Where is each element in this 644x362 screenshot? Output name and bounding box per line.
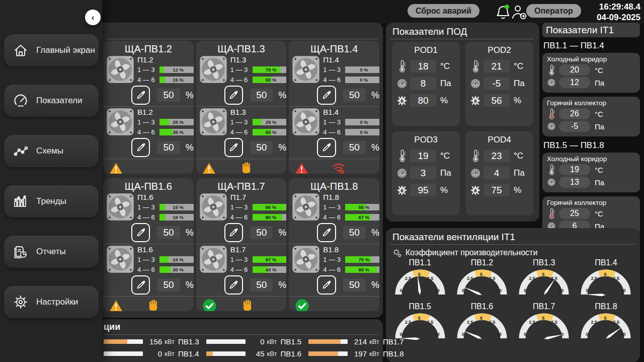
panel-separator (390, 39, 534, 39)
sidebar-item-reports[interactable]: Отчеты (4, 236, 99, 268)
gauge-tick: 0 (400, 288, 403, 293)
setpoint-value[interactable]: 50 (157, 89, 180, 102)
fan-speed-value: 43 % (253, 266, 287, 273)
sidebar-item-schemas[interactable]: Схемы (4, 135, 99, 167)
fan-speed-value: 0 % (345, 129, 379, 135)
sidebar-item-label: Показатели (36, 96, 83, 106)
power-value: 156 (147, 337, 162, 346)
supply-fan-section: П1.2 1 — 3 12 % 4 — 6 15 % (103, 55, 194, 85)
fan-speed-bar: 12 % (159, 66, 194, 73)
fan-speed-value: 25 % (253, 119, 287, 125)
gauge-tick: 0 (524, 288, 526, 293)
fan-group-label: 4 — 6 (323, 266, 345, 273)
gauge-tick: 10 (558, 288, 564, 293)
fan-speed-bar: 80 % (253, 214, 287, 221)
fan-icon (106, 108, 134, 136)
setpoint-unit: % (371, 142, 379, 153)
pod-card: POD1 18 °C 8 Па 80 % (392, 42, 460, 126)
setpoint-edit-button[interactable] (131, 138, 150, 157)
fan-speed-value: 70 % (345, 256, 379, 263)
setpoint-edit-button[interactable] (224, 223, 243, 242)
humidity-value: 75 (484, 184, 510, 196)
fan-speed-bar: 0 % (345, 66, 379, 73)
humidity-unit: % (514, 185, 521, 195)
pod-name: POD3 (392, 135, 460, 145)
fan-group-label: 1 — 3 (323, 256, 345, 263)
sidebar-item-trends[interactable]: Тренды (4, 185, 99, 218)
gauge-tick: 10 (497, 332, 502, 337)
setpoint-value[interactable]: 50 (157, 226, 180, 239)
pod-humidity-row: 95 % (396, 184, 457, 196)
setpoint-unit: % (186, 280, 194, 291)
temperature-unit: °C (595, 110, 603, 118)
pressure-unit: Па (514, 79, 525, 89)
gauge-dial: 0 2.5 5 7.5 10 (395, 269, 445, 296)
setpoint-value[interactable]: 50 (250, 141, 273, 154)
gauge-tick: 2.5 (529, 320, 535, 325)
setpoint-edit-button[interactable] (131, 86, 150, 105)
setpoint-edit-button[interactable] (224, 138, 243, 157)
pressure-unit: Па (595, 178, 604, 187)
gauge-tick: 0 (586, 288, 588, 293)
sidebar-item-settings[interactable]: Настройки (4, 286, 99, 318)
setpoint-value[interactable]: 50 (343, 226, 366, 239)
power-unit-name: ПВ1.3 (178, 337, 199, 346)
fan-group-label: 1 — 3 (323, 118, 345, 126)
fan-group-label: 4 — 6 (137, 266, 159, 273)
home-icon (12, 42, 29, 59)
setpoint-value[interactable]: 50 (250, 226, 273, 239)
setpoint-edit-button[interactable] (317, 138, 336, 157)
performance-gauge: ПВ1.1 0 2.5 5 7.5 10 (389, 258, 451, 296)
setpoint-value[interactable]: 50 (250, 278, 273, 292)
operator-logout-icon[interactable] (511, 4, 527, 22)
setpoint-row: 50 % (317, 85, 379, 105)
sidebar-item-main-screen[interactable]: Главный экран (4, 34, 99, 66)
power-unit: кВт (267, 338, 277, 345)
fan-name: П1.3 (230, 55, 287, 64)
report-icon (12, 243, 29, 260)
setpoint-value[interactable]: 50 (343, 278, 366, 292)
gauge-icon (12, 92, 29, 109)
gears-icon (392, 248, 402, 258)
pressure-value: 13 (559, 177, 590, 188)
setpoint-edit-button[interactable] (317, 86, 336, 105)
setpoint-unit: % (371, 90, 379, 101)
setpoint-value[interactable]: 50 (250, 89, 273, 102)
reset-alarms-button[interactable]: Сброс аварий (408, 4, 479, 18)
pressure-unit: Па (514, 168, 525, 178)
setpoint-edit-button[interactable] (224, 86, 243, 105)
fan-group-label: 4 — 6 (137, 128, 159, 136)
pod-pressure-row: 3 Па (396, 167, 457, 179)
setpoint-edit-button[interactable] (131, 223, 150, 242)
setpoint-edit-button[interactable] (224, 275, 243, 295)
power-bar (308, 339, 348, 344)
gauge-label: ПВ1.4 (595, 258, 617, 268)
gauge-tick: 2.5 (591, 276, 597, 281)
pencil-icon (134, 278, 147, 292)
sidebar-collapse-button[interactable]: ‹ (85, 10, 101, 25)
fan-group-label: 4 — 6 (230, 213, 253, 221)
alarm-bell-icon[interactable] (496, 4, 510, 22)
sidebar-item-indicators[interactable]: Показатели (4, 85, 99, 117)
setpoint-value[interactable]: 50 (157, 141, 180, 154)
manual-mode-hand-icon (240, 299, 255, 312)
gauge-label: ПВ1.2 (471, 258, 493, 268)
fan-speed-value: 15 % (159, 204, 194, 210)
setpoint-value[interactable]: 50 (343, 89, 366, 102)
setpoint-edit-button[interactable] (131, 275, 150, 295)
fan-unit-card: ЩА-ПВ1.6 П1.6 1 — 3 15 % 4 — 6 16 % (103, 178, 194, 311)
temperature-unit: °C (514, 61, 523, 71)
ventilation-performance-panel: Показатели вентиляции IT1 Коэффициент пр… (386, 228, 640, 362)
setpoint-edit-button[interactable] (317, 223, 336, 242)
fan-speed-bar: 90 % (253, 204, 287, 210)
fan-speed-value: 97 % (253, 256, 287, 263)
fan-speed-value: 50 % (253, 129, 287, 135)
setpoint-value[interactable]: 50 (157, 278, 180, 292)
setpoint-edit-button[interactable] (317, 275, 336, 295)
zone-temperature-row: 26 °C (546, 108, 640, 120)
setpoint-value[interactable]: 50 (343, 141, 366, 154)
sidebar: ‹ Главный экран Показатели (0, 0, 102, 362)
setpoint-row: 50 % (317, 275, 379, 295)
gauge-label: ПВ1.5 (409, 302, 431, 312)
humidity-icon (469, 95, 481, 106)
